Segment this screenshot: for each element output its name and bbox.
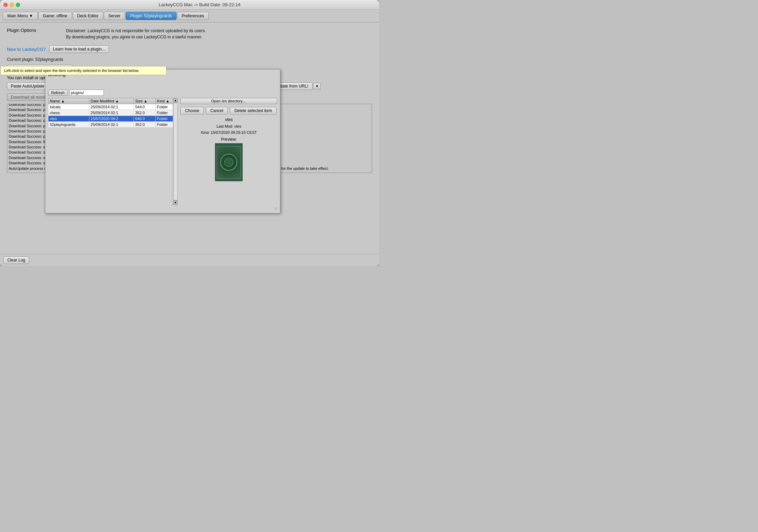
col-size[interactable]: Size ▲ [134, 98, 155, 104]
file-list-scrollbar[interactable]: ▲ ▼ [173, 98, 178, 205]
close-button[interactable] [3, 3, 8, 7]
window-title: LackeyCCG Mac -> Build Date: 09-22-14 [24, 2, 376, 7]
info-panel: Open /en directory.... Choose Cancel Del… [180, 98, 277, 205]
cancel-button[interactable]: Cancel [206, 107, 228, 114]
col-date[interactable]: Date Modified ▲ [89, 98, 134, 104]
choose-button[interactable]: Choose [180, 107, 204, 114]
scroll-down-arrow[interactable]: ▼ [173, 200, 178, 205]
title-bar: LackeyCCG Mac -> Build Date: 09-22-14 [0, 0, 379, 10]
path-input[interactable] [69, 90, 104, 96]
table-row[interactable]: lolcats25/09/2014 02:1544.0Folder [48, 104, 178, 110]
install-dropdown-button[interactable]: ▼ [313, 83, 321, 89]
scroll-track [173, 103, 178, 200]
scroll-up-arrow[interactable]: ▲ [173, 98, 178, 103]
preview-label: Preview: [180, 137, 277, 142]
tab-server[interactable]: Server [104, 12, 125, 20]
minimize-button[interactable] [10, 3, 14, 7]
dialog-buttons: Choose Cancel Delete selected item [180, 107, 277, 114]
main-window: LackeyCCG Mac -> Build Date: 09-22-14 Ma… [0, 0, 379, 266]
plugin-options-section: Plugin Options Disclaimer: LackeyCCG is … [7, 28, 372, 40]
preview-image [215, 143, 243, 181]
bottom-bar: Clear Log [0, 254, 379, 266]
current-plugin-label: Current plugin: 52playingcards [7, 57, 63, 62]
browser-dialog: Browsing: Left-click to select and open … [45, 69, 280, 213]
delete-selected-button[interactable]: Delete selected item [230, 107, 277, 114]
maximize-button[interactable] [16, 3, 20, 7]
preview-inner [217, 146, 241, 179]
tab-game[interactable]: Game: offline [38, 12, 72, 20]
table-row[interactable]: chess25/09/2014 02:1352.0Folder [48, 110, 178, 116]
selected-name: vtes [180, 117, 277, 122]
browser-path-row: Refresh [48, 90, 277, 96]
resize-handle[interactable]: ⊿ [274, 206, 277, 210]
dialog-footer: ⊿ [48, 205, 277, 210]
last-mod: Last Mod: vtes [180, 123, 277, 130]
kind-info: Kind: 15/07/2020 09:29:10 CEST [180, 130, 277, 136]
open-directory-button[interactable]: Open /en directory.... [180, 98, 277, 104]
table-row[interactable]: 52playingcards25/09/2014 02:1352.0Folder [48, 122, 178, 128]
content-area: Plugin Options Disclaimer: LackeyCCG is … [0, 22, 379, 254]
table-row[interactable]: vtes15/07/2020 09:2640.0Folder [48, 116, 178, 122]
toolbar: Main Menu ▼ Game: offline Deck Editor Se… [0, 10, 379, 22]
disclaimer-line1: Disclaimer: LackeyCCG is not responsible… [66, 28, 206, 34]
tab-preferences[interactable]: Preferences [177, 12, 209, 20]
learn-button[interactable]: Learn how to load a plugin... [49, 45, 109, 53]
tab-main-menu[interactable]: Main Menu ▼ [3, 12, 38, 20]
tab-deck-editor[interactable]: Deck Editor [73, 12, 103, 20]
current-plugin-row: Current plugin: 52playingcards [7, 57, 372, 62]
clear-log-button[interactable]: Clear Log [3, 256, 29, 264]
card-symbol [220, 154, 237, 171]
plugin-options-label: Plugin Options [7, 28, 36, 33]
col-name[interactable]: Name ▲ [48, 98, 89, 104]
disclaimer-line2: By downloading plugins, you agree to use… [66, 34, 206, 40]
new-to-lackey-row: New to LackeyCG? Learn how to load a plu… [7, 45, 372, 53]
new-to-lackey-link[interactable]: New to LackeyCG? [7, 47, 46, 52]
file-list: Name ▲ Date Modified ▲ Size ▲ Kind ▲ lol… [48, 98, 178, 205]
refresh-button[interactable]: Refresh [48, 90, 68, 96]
traffic-lights [3, 3, 20, 7]
browser-tooltip: Left-click to select and open the item c… [0, 66, 166, 75]
file-table: Name ▲ Date Modified ▲ Size ▲ Kind ▲ lol… [48, 98, 178, 128]
tab-plugin[interactable]: Plugin: 52playingcards [126, 12, 177, 20]
